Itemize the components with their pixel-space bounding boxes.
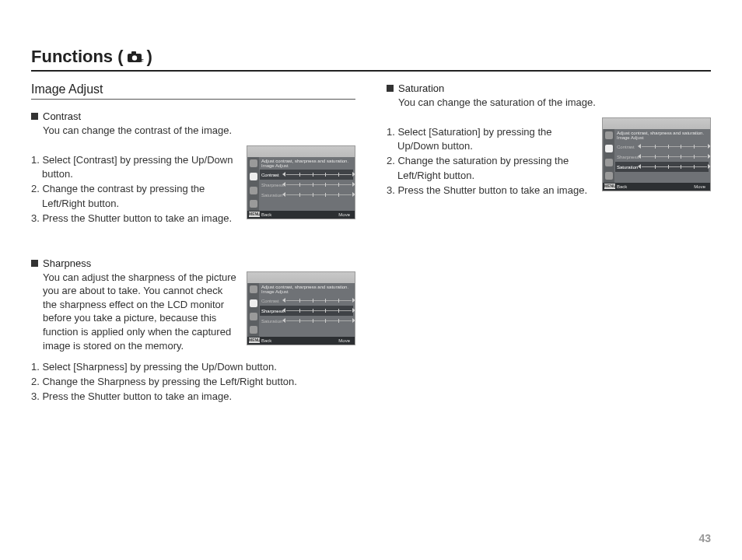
page-title: Functions ( Fn ) (31, 47, 711, 72)
block-contrast: Contrast You can change the contrast of … (31, 110, 355, 226)
menu-tab-icon (250, 200, 257, 208)
sharpness-steps: 1. Select [Sharpness] by pressing the Up… (31, 360, 355, 404)
title-suffix: ) (147, 47, 152, 67)
block-sharpness: Sharpness You can adjust the sharpness o… (31, 257, 355, 404)
left-column: Image Adjust Contrast You can change the… (31, 82, 355, 425)
bullet-icon (31, 113, 38, 120)
slider-row-contrast: Contrast (260, 296, 353, 306)
menu-tab-icon (250, 159, 257, 167)
saturation-steps: 1. Select [Saturation] by pressing the U… (387, 125, 593, 198)
lcd-screenshot-sharpness: Adjust contrast, sharpness and saturatio… (247, 271, 355, 345)
bullet-icon (31, 260, 38, 267)
slider-row-contrast: Contrast (260, 170, 353, 180)
contrast-description: You can change the contrast of the image… (43, 124, 355, 138)
menu-button-icon: MENU (249, 338, 260, 343)
svg-text:Fn: Fn (141, 58, 144, 63)
right-column: Saturation You can change the saturation… (387, 82, 711, 425)
subheading-saturation: Saturation (398, 82, 444, 94)
menu-tab-icon (250, 285, 257, 293)
menu-tab-icon (250, 313, 257, 320)
camera-fn-icon: Fn (127, 51, 144, 63)
footer-back-label: Back (261, 338, 271, 343)
menu-tab-icon (250, 299, 257, 307)
lcd-screenshot-saturation: Adjust contrast, sharpness and saturatio… (602, 117, 711, 191)
title-prefix: Functions ( (31, 47, 124, 67)
subheading-contrast: Contrast (43, 110, 81, 122)
lcd-screenshot-contrast: Adjust contrast, sharpness and saturatio… (247, 145, 355, 219)
slider-row-sharpness: Sharpness (260, 306, 353, 316)
footer-move-label: Move (338, 338, 350, 343)
slider-row-saturation: Saturation (615, 162, 709, 172)
slider-row-sharpness: Sharpness (615, 152, 709, 162)
menu-button-icon: MENU (249, 212, 260, 217)
bullet-icon (387, 85, 394, 92)
slider-row-saturation: Saturation (260, 190, 353, 200)
subheading-sharpness: Sharpness (43, 257, 91, 269)
menu-button-icon: MENU (604, 184, 615, 189)
slider-row-sharpness: Sharpness (260, 180, 353, 190)
svg-point-2 (131, 55, 136, 60)
menu-tab-icon (605, 172, 613, 180)
saturation-description: You can change the saturation of the ima… (398, 96, 711, 110)
footer-move-label: Move (338, 212, 350, 217)
slider-row-contrast: Contrast (615, 142, 709, 152)
footer-move-label: Move (694, 184, 705, 189)
block-saturation: Saturation You can change the saturation… (387, 82, 711, 198)
sharpness-description: You can adjust the sharpness of the pict… (43, 271, 237, 352)
menu-tab-icon (250, 187, 257, 194)
page-number: 43 (698, 532, 711, 544)
menu-tab-icon (605, 145, 613, 152)
menu-tab-icon (250, 326, 257, 334)
section-heading-image-adjust: Image Adjust (31, 82, 355, 100)
menu-tab-icon (250, 173, 257, 180)
menu-tab-icon (605, 159, 613, 166)
menu-tab-icon (605, 131, 613, 139)
contrast-steps: 1. Select [Contrast] by pressing the Up/… (31, 153, 237, 226)
footer-back-label: Back (617, 184, 627, 189)
slider-row-saturation: Saturation (260, 316, 353, 326)
svg-rect-1 (131, 51, 136, 54)
footer-back-label: Back (261, 212, 271, 217)
